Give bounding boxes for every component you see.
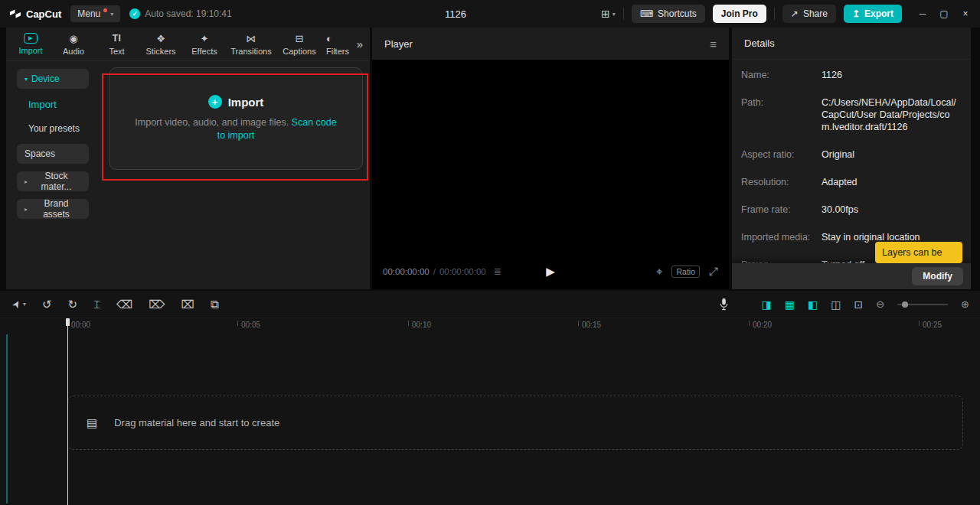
- preview-axis-icon: ◫: [831, 298, 841, 311]
- zoom-in-button[interactable]: ⊕: [961, 298, 969, 310]
- join-pro-button[interactable]: Join Pro: [713, 5, 766, 23]
- import-dropzone[interactable]: + Import Import video, audio, and image …: [109, 67, 363, 170]
- split-icon: ⌶: [93, 298, 100, 311]
- layout-switch-button[interactable]: ⊞ ▾: [601, 8, 616, 20]
- delete-right-button[interactable]: ⌦: [149, 298, 165, 311]
- detail-row-aspect-ratio: Aspect ratio: Original: [741, 148, 960, 161]
- timeline-zoom-slider[interactable]: [897, 304, 948, 305]
- chevron-down-icon: ▾: [110, 11, 113, 18]
- import-card-description: Import video, audio, and image files. Sc…: [132, 116, 340, 142]
- trash-icon: ⌧: [181, 298, 194, 311]
- effects-icon: ✦: [201, 32, 209, 44]
- menu-button[interactable]: Menu ▾: [70, 5, 120, 22]
- ratio-button[interactable]: Ratio: [671, 266, 700, 278]
- shortcuts-button[interactable]: ⌨ Shortcuts: [632, 5, 705, 23]
- track-edge-indicator: [6, 334, 8, 503]
- ruler-label: 00:10: [412, 321, 431, 329]
- ruler-label: 00:05: [241, 321, 260, 329]
- zoom-out-icon: ⊖: [876, 298, 884, 310]
- main-track-magnet-toggle[interactable]: ◨: [762, 298, 772, 311]
- player-stage: [372, 60, 729, 254]
- tab-audio[interactable]: ◉ Audio: [52, 32, 95, 56]
- delete-right-icon: ⌦: [149, 298, 165, 311]
- notification-dot: [103, 8, 107, 12]
- delete-left-button[interactable]: ⌫: [116, 298, 132, 311]
- player-menu-button[interactable]: ≡: [710, 37, 717, 50]
- maximize-button[interactable]: ▢: [934, 4, 954, 24]
- source-item-spaces[interactable]: Spaces: [17, 144, 89, 164]
- snapshot-icon[interactable]: ⌖: [656, 265, 662, 279]
- record-button[interactable]: ⊡: [854, 298, 863, 311]
- source-item-brand-assets[interactable]: ▸ Brand assets: [17, 199, 89, 219]
- playhead[interactable]: [67, 318, 68, 505]
- timecode-display: 00:00:00:00 / 00:00:00:00 ≣: [383, 266, 501, 277]
- detail-row-name: Name: 1126: [741, 69, 960, 81]
- preview-axis-button[interactable]: ◫: [831, 298, 841, 311]
- details-panel: Details Name: 1126 Path: C:/Users/NEHA/A…: [732, 28, 971, 289]
- modify-strip: Modify: [732, 263, 971, 289]
- logo-text: CapCut: [26, 8, 61, 20]
- duration-settings-icon[interactable]: ≣: [494, 266, 501, 277]
- split-button[interactable]: ⌶: [93, 298, 100, 311]
- tab-text[interactable]: TI Text: [95, 32, 139, 56]
- player-title: Player: [384, 38, 413, 50]
- source-item-stock-materials[interactable]: ▸ Stock mater...: [17, 171, 89, 191]
- play-button[interactable]: ▶: [546, 265, 555, 279]
- ruler-label: 00:20: [753, 321, 772, 329]
- ruler-label: 00:00: [71, 321, 90, 329]
- tab-captions[interactable]: ⊟ Captions: [276, 32, 322, 56]
- chevron-down-icon: ▾: [612, 11, 616, 18]
- snap-icon: ▦: [785, 298, 795, 311]
- layout-grid-icon: ⊞: [601, 8, 610, 20]
- detail-row-frame-rate: Frame rate: 30.00fps: [741, 204, 960, 216]
- import-area: + Import Import video, audio, and image …: [100, 61, 370, 289]
- voiceover-button[interactable]: [719, 298, 729, 311]
- layers-tooltip: Layers can be: [875, 242, 962, 263]
- select-tool-button[interactable]: ➤ ▾: [12, 298, 26, 310]
- tab-filters[interactable]: ◐ Filters: [322, 32, 350, 56]
- tab-effects[interactable]: ✦ Effects: [183, 32, 226, 56]
- close-button[interactable]: ×: [956, 4, 975, 24]
- divider: [623, 8, 624, 20]
- fullscreen-icon[interactable]: ⤢: [709, 265, 718, 279]
- captions-icon: ⊟: [296, 32, 304, 44]
- source-item-device[interactable]: ▾ Device: [17, 69, 89, 89]
- triangle-right-icon: ▸: [24, 178, 28, 185]
- tab-stickers[interactable]: ❖ Stickers: [139, 32, 183, 56]
- titlebar: CapCut Menu ▾ ✓ Auto saved: 19:10:41 112…: [0, 0, 980, 28]
- zoom-slider-thumb[interactable]: [902, 301, 908, 308]
- source-item-your-presets[interactable]: Your presets: [17, 120, 100, 136]
- text-icon: TI: [113, 32, 122, 44]
- timeline-ruler[interactable]: 00:00 00:05 00:10 00:15 00:20 00:25: [0, 318, 980, 332]
- timeline-dropzone[interactable]: ▤ Drag material here and start to create: [67, 396, 963, 450]
- auto-snap-toggle[interactable]: ▦: [785, 298, 795, 311]
- undo-button[interactable]: ↺: [42, 298, 52, 311]
- capcut-logo: CapCut: [5, 8, 61, 20]
- details-title: Details: [732, 28, 971, 60]
- tabs-overflow-button[interactable]: »: [350, 28, 370, 60]
- modify-button[interactable]: Modify: [912, 267, 963, 285]
- mask-button[interactable]: ⧉: [211, 298, 219, 311]
- capcut-logo-icon: [9, 9, 21, 19]
- autosave-status: ✓ Auto saved: 19:10:41: [129, 8, 231, 19]
- check-icon: ✓: [129, 8, 140, 19]
- mask-icon: ⧉: [211, 298, 219, 311]
- share-icon: ↗: [791, 8, 799, 19]
- export-button[interactable]: ↥ Export: [844, 5, 902, 23]
- triangle-down-icon: ▾: [24, 76, 28, 83]
- tab-import[interactable]: ▶ Import: [9, 33, 52, 55]
- zoom-out-button[interactable]: ⊖: [876, 298, 884, 310]
- redo-button[interactable]: ↻: [68, 298, 78, 311]
- minimize-button[interactable]: ─: [913, 4, 933, 24]
- link-clips-toggle[interactable]: ◧: [808, 298, 818, 311]
- source-list: ▾ Device Import Your presets Spaces ▸ St…: [6, 61, 100, 289]
- player-panel: Player ≡ 00:00:00:00 / 00:00:00:00 ≣ ▶ ⌖…: [372, 28, 729, 289]
- link-icon: ◧: [808, 298, 818, 311]
- microphone-icon: [719, 298, 729, 311]
- import-icon: ▶: [24, 33, 38, 44]
- source-item-import[interactable]: Import: [17, 96, 100, 112]
- details-rows: Name: 1126 Path: C:/Users/NEHA/AppData/L…: [732, 60, 971, 271]
- share-button[interactable]: ↗ Share: [782, 5, 836, 23]
- tab-transitions[interactable]: ⋈ Transitions: [226, 32, 276, 56]
- delete-button[interactable]: ⌧: [181, 298, 194, 311]
